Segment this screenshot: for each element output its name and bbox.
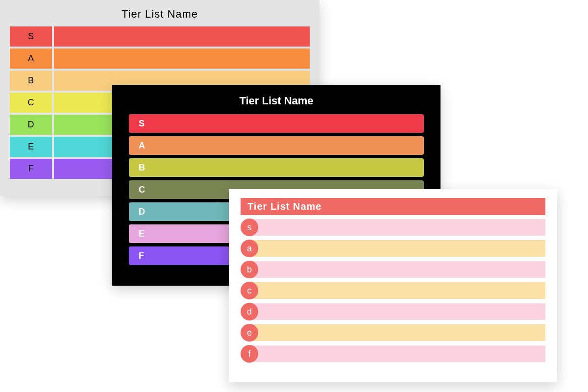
tier-row[interactable]: A: [10, 49, 310, 69]
tier-body[interactable]: [250, 282, 545, 299]
tier-row[interactable]: b: [241, 260, 545, 279]
card-title: Tier List Name: [241, 198, 545, 215]
tier-row[interactable]: e: [241, 323, 545, 342]
tier-label: B: [10, 71, 52, 91]
tier-body[interactable]: [250, 324, 545, 341]
tier-label: D: [129, 207, 145, 217]
tier-label: A: [10, 49, 52, 69]
tier-label: F: [129, 251, 144, 261]
card-title: Tier List Name: [10, 5, 310, 26]
tier-row[interactable]: S: [10, 26, 310, 47]
stage: Tier List Name SABCDEF Tier List Name SA…: [0, 0, 588, 392]
tier-row[interactable]: d: [241, 302, 545, 321]
tier-row[interactable]: a: [241, 239, 545, 258]
tier-rows: sabcdef: [241, 218, 545, 363]
tier-label-circle: f: [241, 345, 258, 363]
tier-label-circle: a: [241, 240, 258, 257]
tier-body[interactable]: [250, 240, 545, 257]
tier-row[interactable]: f: [241, 344, 545, 363]
tier-row[interactable]: B: [129, 158, 424, 177]
tier-row[interactable]: S: [129, 114, 424, 133]
tier-row[interactable]: A: [129, 136, 424, 155]
tier-label: B: [129, 163, 145, 173]
tier-label: C: [10, 93, 52, 113]
tier-label: C: [129, 185, 145, 195]
tier-row[interactable]: c: [241, 281, 545, 300]
tier-label-circle: s: [241, 219, 258, 236]
tier-label-circle: d: [241, 303, 258, 320]
tierlist-card-white: Tier List Name sabcdef: [229, 189, 557, 382]
tier-label-circle: e: [241, 324, 258, 342]
tier-body[interactable]: [54, 26, 310, 47]
tier-label: E: [10, 137, 52, 157]
card-title: Tier List Name: [129, 92, 424, 114]
tier-label: E: [129, 229, 145, 239]
tier-label: A: [129, 141, 145, 151]
tier-body[interactable]: [250, 345, 545, 362]
tier-label: D: [10, 115, 52, 135]
tier-body[interactable]: [250, 219, 545, 236]
tier-row[interactable]: s: [241, 218, 545, 237]
tier-label-circle: c: [241, 282, 258, 299]
tier-label: F: [10, 159, 52, 179]
tier-body[interactable]: [250, 261, 545, 278]
tier-body[interactable]: [54, 49, 310, 69]
tier-body[interactable]: [250, 303, 545, 320]
tier-label: S: [10, 26, 52, 47]
tier-label: S: [129, 119, 145, 129]
tier-label-circle: b: [241, 261, 258, 278]
